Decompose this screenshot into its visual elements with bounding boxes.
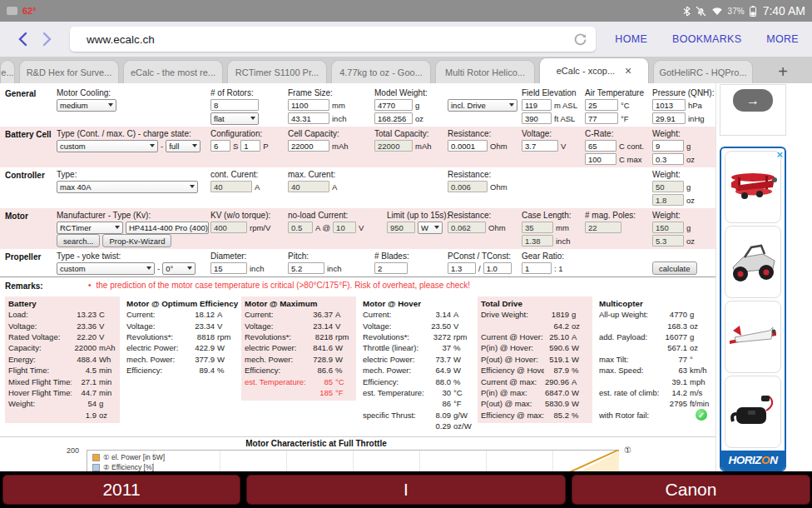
controller-cont-curent-input[interactable] bbox=[210, 181, 252, 192]
propeller-type-yoke-twist-select[interactable]: custom bbox=[57, 262, 155, 275]
motor-manufacturer-type-kv-select[interactable]: RCTimer bbox=[57, 222, 123, 234]
propeller-pitch-input[interactable] bbox=[288, 262, 324, 274]
motor-kv-w-o-torque-input[interactable] bbox=[210, 222, 247, 233]
controller-weight-input[interactable] bbox=[652, 181, 684, 192]
tab-multi-rotor-helico[interactable]: Multi Rotor Helico... bbox=[435, 60, 535, 83]
motor-case-length-input[interactable] bbox=[522, 222, 553, 233]
motor-limit-up-to-15s-select[interactable]: W bbox=[418, 222, 443, 234]
search-button[interactable]: search... bbox=[57, 234, 100, 247]
controller-resistance-input[interactable] bbox=[448, 181, 488, 192]
new-tab-button[interactable]: + bbox=[757, 60, 809, 83]
horizon-logo[interactable]: HORIZON bbox=[721, 451, 785, 470]
controller-type-select[interactable]: max 40A bbox=[57, 181, 198, 193]
battery-cell-c-rate-input[interactable] bbox=[585, 140, 616, 152]
section-battery-cell: Battery CellType (Cont. / max. C) - char… bbox=[0, 127, 715, 167]
battery-cell-c-rate-input[interactable] bbox=[585, 153, 616, 165]
propeller-type-yoke-twist-select[interactable]: 0° bbox=[162, 262, 196, 275]
motor-no-load-current-input[interactable] bbox=[333, 222, 356, 233]
overlay-button-2011[interactable]: 2011 bbox=[2, 475, 240, 505]
general-model-weight-input[interactable] bbox=[374, 99, 413, 111]
tab-e[interactable]: e... bbox=[0, 60, 15, 83]
motor-weight-input[interactable] bbox=[652, 235, 684, 247]
general-model-weight-input[interactable] bbox=[374, 112, 413, 124]
ad-close-icon[interactable]: × bbox=[776, 148, 783, 161]
ad-product-rc-buggy[interactable] bbox=[725, 226, 781, 298]
propeller-blades-input[interactable] bbox=[374, 262, 408, 274]
battery-cell-resistance-input[interactable] bbox=[448, 140, 488, 152]
result-label: Load: bbox=[8, 310, 72, 319]
home-button[interactable]: HOME bbox=[615, 33, 647, 45]
motor-no-load-current-input[interactable] bbox=[288, 222, 313, 233]
general-frame-size-input[interactable] bbox=[288, 112, 329, 124]
battery-cell-voltage-input[interactable] bbox=[522, 140, 558, 152]
battery-cell-configuration-input[interactable] bbox=[240, 140, 260, 152]
result-row-weight: Weight:54g bbox=[8, 398, 116, 409]
more-button[interactable]: MORE bbox=[766, 33, 799, 45]
calculate-button[interactable]: calculate bbox=[652, 261, 697, 275]
result-value: 23.14 bbox=[308, 321, 333, 331]
propeller-diameter-input[interactable] bbox=[210, 262, 247, 274]
battery-cell-cell-capacity-input[interactable] bbox=[288, 140, 329, 152]
tab-gothelirc-hqpro[interactable]: GotHeliRC - HQPro... bbox=[653, 60, 753, 83]
general-frame-size-input[interactable] bbox=[288, 99, 329, 111]
result-unit: min bbox=[97, 377, 116, 386]
field-line: Ohm bbox=[448, 180, 522, 193]
tab-close-icon[interactable]: × bbox=[625, 65, 631, 77]
controller-weight-input[interactable] bbox=[652, 194, 684, 206]
prop-kv-wizard-button[interactable]: Prop-Kv-Wizard bbox=[102, 234, 171, 247]
general-pressure-qnh-input[interactable] bbox=[652, 112, 686, 124]
motor-case-length-input[interactable] bbox=[522, 235, 553, 247]
panel-title-motor-hover: Motor @ Hover bbox=[363, 299, 471, 308]
battery-cell-type-cont-max-c-charge-state-select[interactable]: full bbox=[166, 140, 201, 152]
overlay-button-i[interactable]: I bbox=[246, 475, 566, 505]
motor-limit-up-to-15s-input[interactable] bbox=[387, 222, 415, 233]
overlay-button-canon[interactable]: Canon bbox=[572, 475, 810, 505]
battery-cell-configuration-input[interactable] bbox=[210, 140, 230, 152]
general-motor-cooling-select[interactable]: medium bbox=[57, 99, 116, 112]
reload-icon[interactable] bbox=[573, 32, 587, 47]
tab-label: R&D Hex for Surve... bbox=[27, 67, 112, 77]
tab-r-d-hex-for-surve[interactable]: R&D Hex for Surve... bbox=[19, 60, 119, 83]
general-air-temperature-input[interactable] bbox=[585, 112, 618, 124]
general-of-rotors-input[interactable] bbox=[210, 99, 259, 111]
result-row-rated-voltage: Rated Voltage:22.20V bbox=[8, 331, 116, 342]
field-label: KV (w/o torque): bbox=[210, 211, 288, 221]
motor-mag-poles-input[interactable] bbox=[585, 222, 621, 233]
controller-max-curent-input[interactable] bbox=[288, 181, 329, 192]
field-label: # mag. Poles: bbox=[585, 211, 652, 221]
general-field-elevation-input[interactable] bbox=[522, 99, 552, 111]
general-of-rotors-select[interactable]: flat bbox=[210, 112, 259, 125]
battery-cell-weight-input[interactable] bbox=[652, 140, 684, 152]
tab-rctimer-s1100-pr[interactable]: RCTimer S1100 Pr... bbox=[227, 60, 327, 83]
battery-cell-total-capacity-input[interactable] bbox=[374, 140, 413, 152]
tab-ecalc-the-most-re[interactable]: eCalc - the most re... bbox=[123, 60, 223, 83]
back-button[interactable] bbox=[10, 27, 35, 52]
motor-manufacturer-type-kv-select[interactable]: HP4114-400 Pro (400) bbox=[126, 222, 209, 234]
ad-product-sport-plane[interactable] bbox=[725, 301, 781, 373]
result-value: 36.37 bbox=[308, 310, 333, 319]
general-field-elevation-input[interactable] bbox=[522, 112, 552, 124]
ad-product-red-biplane[interactable] bbox=[725, 151, 781, 223]
battery-cell-weight-input[interactable] bbox=[652, 153, 684, 165]
unit-label: oz bbox=[686, 155, 695, 164]
next-arrow-button[interactable]: → bbox=[733, 89, 773, 112]
general-pressure-qnh-input[interactable] bbox=[652, 99, 686, 111]
forward-button[interactable] bbox=[35, 27, 60, 52]
propeller-gear-ratio-input[interactable] bbox=[522, 262, 552, 274]
tab-ecalc-xcop[interactable]: eCalc - xcop...× bbox=[539, 57, 649, 83]
general-air-temperature-input[interactable] bbox=[585, 99, 618, 111]
motor-weight-input[interactable] bbox=[652, 222, 684, 233]
motor-resistance-input[interactable] bbox=[448, 222, 486, 233]
battery-cell-type-cont-max-c-charge-state-select[interactable]: custom bbox=[57, 140, 158, 152]
tab-4-77kg-to-oz-goo[interactable]: 4.77kg to oz - Goo... bbox=[331, 60, 431, 83]
advertisement[interactable]: × HORIZON bbox=[720, 147, 786, 471]
panel-motor-hover: Motor @ HoverCurrent:3.14AVoltage:23.50V… bbox=[359, 296, 474, 434]
url-bar[interactable] bbox=[70, 27, 596, 52]
bookmarks-button[interactable]: BOOKMARKS bbox=[672, 33, 741, 45]
propeller-pconst-tconst-input[interactable] bbox=[483, 262, 512, 274]
propeller-pconst-tconst-input[interactable] bbox=[448, 262, 476, 274]
url-input[interactable] bbox=[85, 32, 573, 47]
ad-product-fpv-goggles[interactable] bbox=[725, 376, 781, 448]
field-line: max 40A bbox=[57, 180, 210, 193]
general-incl-drive-select[interactable]: incl. Drive bbox=[448, 99, 517, 112]
